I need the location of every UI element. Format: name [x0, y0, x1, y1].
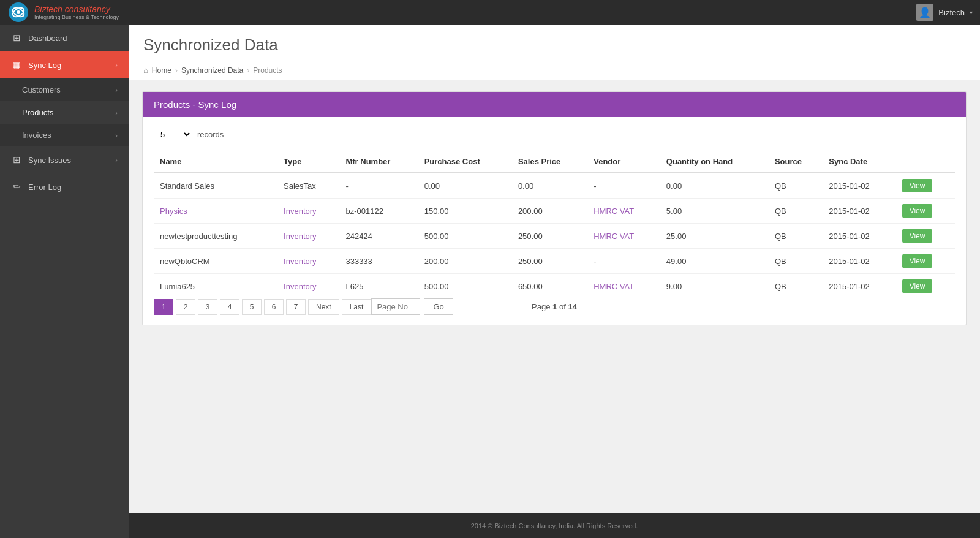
chevron-right-icon: › [115, 86, 118, 94]
cell-mfr-number: 333333 [339, 249, 418, 274]
pagination-left: 1 2 3 4 5 6 7 Next Last [154, 299, 371, 315]
page-btn-2[interactable]: 2 [176, 299, 195, 315]
cell-sync-date: 2015-01-02 [823, 224, 895, 249]
cell-sync-date: 2015-01-02 [823, 249, 895, 274]
page-no-input[interactable] [371, 298, 420, 315]
username: Biztech [938, 8, 965, 17]
cell-name: Standard Sales [154, 173, 277, 199]
cell-mfr-number: 242424 [339, 224, 418, 249]
cell-purchase-cost: 500.00 [418, 224, 512, 249]
brand-tagline: Integrating Business & Technology [34, 14, 119, 20]
cell-qty-on-hand: 9.00 [660, 274, 769, 299]
sidebar-item-label: Sync Issues [28, 156, 109, 165]
cell-sync-date: 2015-01-02 [823, 199, 895, 224]
cell-vendor-link[interactable]: HMRC VAT [594, 232, 634, 241]
view-button[interactable]: View [902, 254, 933, 268]
sidebar-item-sync-issues[interactable]: ⊞ Sync Issues › [0, 146, 129, 173]
view-button[interactable]: View [902, 229, 933, 243]
last-button[interactable]: Last [342, 299, 372, 315]
sync-log-icon: ▦ [11, 59, 22, 70]
cell-vendor-link[interactable]: HMRC VAT [594, 206, 634, 216]
cell-type: Inventory [277, 249, 339, 274]
breadcrumb-home[interactable]: Home [152, 66, 172, 75]
cell-qty-on-hand: 0.00 [660, 173, 769, 199]
sidebar-subitem-invoices[interactable]: Invoices › [0, 124, 129, 146]
sidebar-item-dashboard[interactable]: ⊞ Dashboard [0, 25, 129, 51]
cell-action: View [896, 224, 955, 249]
pagination-wrapper: 1 2 3 4 5 6 7 Next Last Page 1 of 14 [154, 298, 955, 315]
sidebar-item-sync-log[interactable]: ▦ Sync Log › [0, 51, 129, 78]
layout: ⊞ Dashboard ▦ Sync Log › Customers › Pro… [0, 25, 980, 538]
cell-vendor-link[interactable]: HMRC VAT [594, 282, 634, 291]
table-row: Standard SalesSalesTax-0.000.00-0.00QB20… [154, 173, 955, 199]
cell-sync-date: 2015-01-02 [823, 173, 895, 199]
cell-source: QB [769, 274, 823, 299]
col-name: Name [154, 151, 277, 173]
footer-text: 2014 © Biztech Consultancy, India. All R… [471, 522, 638, 529]
page-btn-3[interactable]: 3 [198, 299, 217, 315]
sidebar: ⊞ Dashboard ▦ Sync Log › Customers › Pro… [0, 25, 129, 538]
records-per-page-select[interactable]: 5 10 25 50 [154, 127, 192, 142]
cell-action: View [896, 199, 955, 224]
cell-purchase-cost: 0.00 [418, 173, 512, 199]
cell-name: Physics [154, 199, 277, 224]
col-action [896, 151, 955, 173]
go-button[interactable]: Go [424, 298, 453, 315]
breadcrumb-products: Products [253, 66, 282, 75]
cell-vendor: - [587, 173, 660, 199]
dashboard-icon: ⊞ [11, 32, 22, 44]
cell-mfr-number: bz-001122 [339, 199, 418, 224]
cell-vendor: HMRC VAT [587, 224, 660, 249]
chevron-right-icon: › [115, 109, 118, 116]
page-btn-4[interactable]: 4 [220, 299, 239, 315]
page-btn-6[interactable]: 6 [264, 299, 284, 315]
navbar: Biztech consultancy Integrating Business… [0, 0, 980, 25]
pagination-page-info: Page 1 of 14 [532, 302, 577, 311]
cell-name: newQbtoCRM [154, 249, 277, 274]
cell-type-link[interactable]: Inventory [284, 282, 316, 291]
cell-purchase-cost: 150.00 [418, 199, 512, 224]
cell-sales-price: 250.00 [512, 224, 587, 249]
view-button[interactable]: View [902, 279, 933, 293]
cell-sales-price: 650.00 [512, 274, 587, 299]
cell-sales-price: 250.00 [512, 249, 587, 274]
sidebar-subitem-products[interactable]: Products › [0, 101, 129, 124]
products-sync-log-card: Products - Sync Log 5 10 25 50 records [142, 91, 967, 325]
table-row: Lumia625InventoryL625500.00650.00HMRC VA… [154, 274, 955, 299]
chevron-down-icon: › [115, 61, 118, 69]
page-btn-7[interactable]: 7 [286, 299, 306, 315]
page-header: Synchronized Data ⌂ Home › Synchronized … [129, 25, 980, 80]
cell-action: View [896, 249, 955, 274]
cell-purchase-cost: 200.00 [418, 249, 512, 274]
cell-type-link[interactable]: Inventory [284, 257, 316, 266]
page-btn-5[interactable]: 5 [242, 299, 262, 315]
user-menu[interactable]: 👤 Biztech ▾ [916, 4, 973, 21]
cell-type-link[interactable]: Inventory [284, 232, 316, 241]
cell-vendor: HMRC VAT [587, 274, 660, 299]
next-button[interactable]: Next [308, 299, 339, 315]
cell-type-link[interactable]: Inventory [284, 206, 316, 216]
view-button[interactable]: View [902, 179, 933, 192]
cell-name: newtestproducttesting [154, 224, 277, 249]
records-row: 5 10 25 50 records [154, 127, 955, 142]
table-body: Standard SalesSalesTax-0.000.00-0.00QB20… [154, 173, 955, 298]
breadcrumb: ⌂ Home › Synchronized Data › Products [143, 61, 965, 80]
sidebar-item-error-log[interactable]: ✏ Error Log [0, 173, 129, 200]
breadcrumb-sep: › [175, 66, 178, 75]
cell-sales-price: 0.00 [512, 173, 587, 199]
cell-type: Inventory [277, 224, 339, 249]
cell-name-link[interactable]: Physics [160, 206, 187, 216]
page-btn-1[interactable]: 1 [154, 299, 173, 315]
col-purchase-cost: Purchase Cost [418, 151, 512, 173]
cell-source: QB [769, 173, 823, 199]
sidebar-item-label: Dashboard [28, 34, 118, 43]
brand: Biztech consultancy Integrating Business… [7, 1, 119, 23]
card-body: 5 10 25 50 records Name Type [143, 117, 966, 325]
page-title: Synchronized Data [143, 36, 965, 55]
view-button[interactable]: View [902, 204, 933, 218]
sidebar-subitem-customers[interactable]: Customers › [0, 78, 129, 101]
breadcrumb-sync-data[interactable]: Synchronized Data [181, 66, 243, 75]
col-sync-date: Sync Date [823, 151, 895, 173]
card-header: Products - Sync Log [143, 92, 966, 117]
customers-label: Customers [22, 85, 61, 94]
